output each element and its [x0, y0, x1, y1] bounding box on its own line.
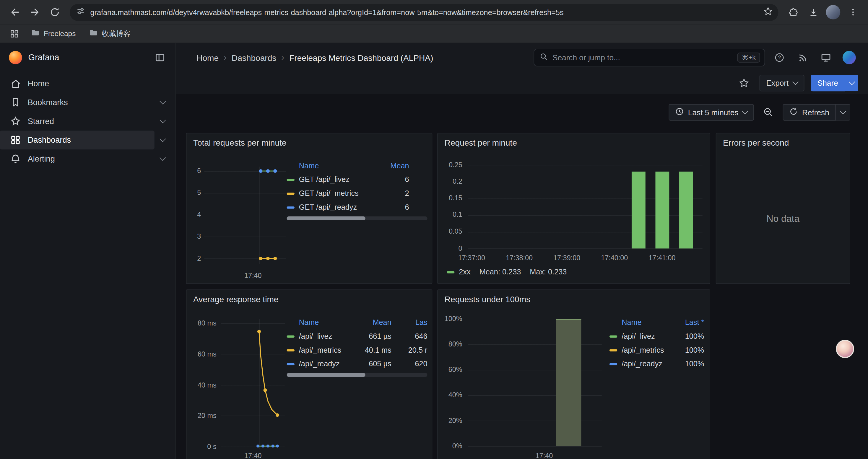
scrollbar-thumb[interactable]	[287, 373, 366, 377]
expand-chevron-icon[interactable]	[155, 132, 171, 148]
legend-series-name[interactable]: /api/_readyz	[299, 360, 356, 368]
download-icon[interactable]	[804, 3, 823, 22]
panel-requests-under-100ms: Requests under 100ms 100% 80% 60% 40% 20…	[437, 290, 710, 459]
legend-series-last: 620	[392, 360, 428, 368]
site-info-icon[interactable]	[76, 6, 85, 18]
legend-series-2xx[interactable]: 2xx	[447, 268, 471, 276]
legend-series-mean: 6	[376, 175, 409, 184]
browser-menu-icon[interactable]	[844, 3, 863, 22]
bar-2xx[interactable]	[655, 172, 669, 249]
export-button[interactable]: Export	[760, 75, 804, 91]
expand-chevron-icon[interactable]	[155, 113, 171, 129]
search-input[interactable]: Search or jump to... ⌘+k	[533, 49, 765, 66]
apps-grid-icon[interactable]	[6, 26, 22, 41]
y-tick: 5	[188, 188, 201, 198]
bar-2xx[interactable]	[632, 172, 646, 249]
bookmark-folder-blog[interactable]: 收藏博客	[85, 27, 135, 40]
legend-series-name[interactable]: GET /api/_metrics	[299, 189, 376, 198]
share-button[interactable]: Share	[811, 75, 845, 91]
main-area: Home › Dashboards › Freeleaps Metrics Da…	[176, 43, 868, 459]
expand-chevron-icon[interactable]	[155, 94, 171, 111]
sidebar-item-dashboards[interactable]: Dashboards	[0, 131, 155, 150]
sidebar-item-home[interactable]: Home	[0, 74, 171, 93]
sidebar-item-starred[interactable]: Starred	[0, 112, 155, 131]
legend-header-last[interactable]: Las	[392, 318, 428, 326]
legend-header-last[interactable]: Last *	[677, 318, 704, 326]
legend-series-name[interactable]: /api/_readyz	[622, 360, 676, 368]
time-range-picker[interactable]: Last 5 minutes	[669, 104, 754, 121]
legend-scrollbar[interactable]	[287, 373, 428, 377]
forward-icon[interactable]	[25, 3, 44, 22]
series-swatch-blue[interactable]	[287, 206, 294, 208]
back-icon[interactable]	[6, 3, 25, 22]
panel-title[interactable]: Errors per second	[723, 138, 789, 147]
y-tick: 0.15	[439, 193, 462, 203]
legend-series-name[interactable]: /api/_metrics	[622, 346, 676, 354]
grafana-logo[interactable]	[9, 51, 22, 64]
avatar	[843, 51, 856, 64]
y-tick: 40 ms	[188, 380, 216, 390]
monitor-kiosk-icon[interactable]	[817, 49, 835, 66]
breadcrumb-dashboards[interactable]: Dashboards	[231, 53, 277, 62]
series-swatch-yellow[interactable]	[610, 349, 617, 351]
profile-avatar[interactable]	[824, 3, 843, 22]
panel-legend: Name Mean Las /api/_livez 661 µs 646	[287, 315, 428, 371]
search-shortcut-badge: ⌘+k	[737, 53, 760, 63]
legend-series-name[interactable]: /api/_livez	[299, 332, 356, 340]
url-text[interactable]: grafana.mathmast.com/d/deytv4rwavabkb/fr…	[90, 8, 758, 16]
breadcrumb-home[interactable]: Home	[196, 53, 219, 62]
legend-header-name[interactable]: Name	[287, 161, 376, 169]
favorite-star-icon[interactable]	[735, 74, 753, 92]
series-swatch-yellow[interactable]	[287, 192, 294, 194]
legend-header-mean[interactable]: Mean	[356, 318, 392, 326]
bar-2xx[interactable]	[679, 172, 693, 249]
scrollbar-thumb[interactable]	[287, 217, 366, 220]
sidebar-item-alerting[interactable]: Alerting	[0, 150, 155, 168]
series-swatch-green[interactable]	[610, 335, 617, 337]
time-range-label: Last 5 minutes	[688, 108, 739, 117]
panel-title[interactable]: Total requests per minute	[193, 138, 286, 147]
refresh-button[interactable]: Refresh	[783, 104, 836, 121]
legend-series-name[interactable]: /api/_livez	[622, 332, 676, 340]
no-data-message: No data	[716, 214, 850, 225]
dashboard-canvas: Last 5 minutes Refresh Tot	[176, 94, 868, 459]
bookmarks-bar: Freeleaps 收藏博客	[0, 24, 868, 43]
panel-title[interactable]: Request per minute	[445, 138, 517, 147]
zoom-out-icon[interactable]	[760, 103, 777, 121]
sidebar-item-bookmarks[interactable]: Bookmarks	[0, 93, 155, 112]
share-dropdown-button[interactable]	[845, 75, 858, 91]
bar-under-100ms[interactable]	[556, 319, 581, 446]
help-icon[interactable]: ?	[771, 49, 788, 66]
legend-header-name[interactable]: Name	[287, 318, 356, 326]
sidebar-row: Starred	[0, 112, 176, 131]
expand-chevron-icon[interactable]	[155, 151, 171, 167]
series-swatch-blue[interactable]	[287, 363, 294, 365]
series-swatch-blue[interactable]	[610, 363, 617, 365]
reload-icon[interactable]	[45, 3, 64, 22]
legend-row: /api/_readyz 605 µs 620	[287, 357, 428, 371]
series-swatch-yellow[interactable]	[287, 349, 294, 351]
address-bar[interactable]: grafana.mathmast.com/d/deytv4rwavabkb/fr…	[70, 4, 778, 21]
legend-header-name[interactable]: Name	[610, 318, 677, 326]
dock-sidebar-icon[interactable]	[151, 49, 169, 66]
panel-request-per-minute: Request per minute 0.25 0.2 0.15 0.1 0.0…	[437, 133, 710, 284]
panel-title[interactable]: Requests under 100ms	[445, 294, 531, 304]
grid-lines	[468, 319, 601, 447]
series-swatch-green[interactable]	[287, 335, 294, 337]
refresh-interval-dropdown[interactable]	[836, 104, 850, 121]
bookmark-star-icon[interactable]	[764, 6, 773, 18]
extensions-icon[interactable]	[784, 3, 803, 22]
floating-assistant-avatar[interactable]	[836, 340, 854, 358]
legend-row: GET /api/_readyz 6	[287, 200, 409, 214]
news-rss-icon[interactable]	[794, 49, 812, 66]
avatar	[826, 5, 840, 20]
user-avatar[interactable]	[840, 49, 858, 66]
bookmark-folder-freeleaps[interactable]: Freeleaps	[27, 27, 80, 40]
legend-series-name[interactable]: /api/_metrics	[299, 346, 356, 354]
panel-title[interactable]: Average response time	[193, 294, 279, 304]
series-swatch-green[interactable]	[287, 178, 294, 181]
legend-series-name[interactable]: GET /api/_readyz	[299, 203, 376, 211]
legend-scrollbar[interactable]	[287, 217, 428, 220]
legend-header-mean[interactable]: Mean	[376, 161, 409, 169]
legend-series-name[interactable]: GET /api/_livez	[299, 175, 376, 184]
